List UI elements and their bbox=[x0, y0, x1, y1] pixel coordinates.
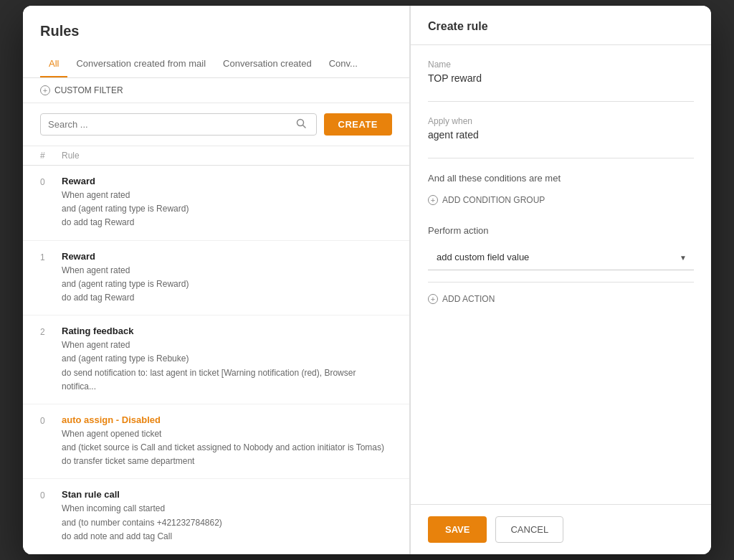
conditions-title: And all these conditions are met bbox=[428, 173, 694, 184]
custom-filter-button[interactable]: + CUSTOM FILTER bbox=[40, 85, 123, 95]
add-action-divider bbox=[428, 282, 694, 283]
tabs-bar: All Conversation created from mail Conve… bbox=[23, 51, 409, 78]
app-container: Rules All Conversation created from mail… bbox=[23, 6, 711, 554]
rules-list: 0 Reward When agent rated and (agent rat… bbox=[23, 166, 409, 554]
cancel-button[interactable]: CANCEL bbox=[495, 516, 563, 543]
rule-content: auto assign - Disabled When agent opened… bbox=[62, 414, 392, 469]
page-title: Rules bbox=[23, 6, 409, 51]
custom-filter-bar: + CUSTOM FILTER bbox=[23, 78, 409, 103]
rule-num: 1 bbox=[40, 251, 53, 262]
svg-line-1 bbox=[302, 125, 305, 128]
action-dropdown[interactable]: add custom field value add tag assign ag… bbox=[428, 245, 694, 270]
apply-when-field: Apply when agent rated bbox=[428, 116, 694, 141]
right-panel-footer: SAVE CANCEL bbox=[411, 504, 711, 554]
rule-row[interactable]: 1 Reward When agent rated and (agent rat… bbox=[23, 241, 409, 316]
rule-row[interactable]: 0 Reward When agent rated and (agent rat… bbox=[23, 166, 409, 241]
tab-all[interactable]: All bbox=[40, 51, 67, 77]
perform-action-title: Perform action bbox=[428, 225, 694, 236]
col-num-header: # bbox=[40, 151, 62, 161]
add-action-label: ADD ACTION bbox=[442, 294, 495, 304]
add-condition-plus-icon: + bbox=[428, 195, 438, 205]
rule-desc: When agent rated and (agent rating type … bbox=[62, 264, 392, 305]
add-condition-group-button[interactable]: + ADD CONDITION GROUP bbox=[428, 192, 545, 208]
rule-content: Reward When agent rated and (agent ratin… bbox=[62, 251, 392, 305]
rule-row[interactable]: 2 Rating feedback When agent rated and (… bbox=[23, 315, 409, 404]
conditions-section: And all these conditions are met + ADD C… bbox=[428, 173, 694, 208]
col-rule-header: Rule bbox=[62, 151, 80, 161]
apply-when-divider bbox=[428, 158, 694, 158]
name-label: Name bbox=[428, 60, 694, 70]
create-button[interactable]: CREATE bbox=[324, 113, 392, 136]
rules-table-header: # Rule bbox=[23, 146, 409, 166]
rule-row[interactable]: 0 auto assign - Disabled When agent open… bbox=[23, 404, 409, 480]
rule-desc: When agent opened ticket and (ticket sou… bbox=[62, 427, 392, 469]
rule-content: Rating feedback When agent rated and (ag… bbox=[62, 326, 392, 394]
rule-name: Rating feedback bbox=[62, 326, 392, 336]
rule-name: Reward bbox=[62, 251, 392, 262]
custom-filter-label: CUSTOM FILTER bbox=[54, 85, 123, 95]
perform-action-section: Perform action add custom field value ad… bbox=[428, 225, 694, 307]
right-panel-body: Name TOP reward Apply when agent rated A… bbox=[411, 45, 711, 504]
left-panel: Rules All Conversation created from mail… bbox=[23, 6, 410, 554]
tab-conv-created[interactable]: Conversation created bbox=[214, 51, 320, 77]
rule-name: Stan rule call bbox=[62, 489, 392, 500]
add-condition-label: ADD CONDITION GROUP bbox=[442, 195, 545, 205]
rule-num: 0 bbox=[40, 176, 53, 187]
rule-num: 0 bbox=[40, 489, 53, 500]
rule-content: Stan rule call When incoming call starte… bbox=[62, 489, 392, 544]
rule-content: Reward When agent rated and (agent ratin… bbox=[62, 176, 392, 230]
name-divider bbox=[428, 101, 694, 102]
right-panel-header: Create rule bbox=[411, 6, 711, 45]
rule-desc: When agent rated and (agent rating type … bbox=[62, 338, 392, 394]
rule-desc: When agent rated and (agent rating type … bbox=[62, 189, 392, 230]
action-dropdown-wrapper: add custom field value add tag assign ag… bbox=[428, 245, 694, 270]
search-button[interactable] bbox=[293, 118, 309, 130]
right-panel-title: Create rule bbox=[428, 20, 694, 33]
right-panel: Create rule Name TOP reward Apply when a… bbox=[410, 6, 711, 554]
custom-filter-plus-icon: + bbox=[40, 85, 50, 95]
apply-when-value: agent rated bbox=[428, 129, 694, 141]
search-icon bbox=[296, 118, 306, 128]
search-input[interactable] bbox=[48, 119, 293, 130]
search-wrapper bbox=[40, 113, 317, 136]
add-action-plus-icon: + bbox=[428, 294, 438, 304]
rule-name-disabled: auto assign - Disabled bbox=[62, 414, 392, 425]
rule-num: 2 bbox=[40, 326, 53, 337]
name-value: TOP reward bbox=[428, 72, 694, 84]
apply-when-label: Apply when bbox=[428, 116, 694, 126]
rule-name: Reward bbox=[62, 176, 392, 186]
search-toolbar: CREATE bbox=[23, 103, 409, 146]
tab-conv-more[interactable]: Conv... bbox=[320, 51, 366, 77]
tab-conv-mail[interactable]: Conversation created from mail bbox=[67, 51, 214, 77]
add-action-button[interactable]: + ADD ACTION bbox=[428, 291, 495, 307]
rule-row[interactable]: 0 Stan rule call When incoming call star… bbox=[23, 479, 409, 554]
save-button[interactable]: SAVE bbox=[428, 516, 487, 543]
rule-num: 0 bbox=[40, 414, 53, 426]
name-field: Name TOP reward bbox=[428, 60, 694, 84]
rule-desc: When incoming call started and (to numbe… bbox=[62, 502, 392, 544]
